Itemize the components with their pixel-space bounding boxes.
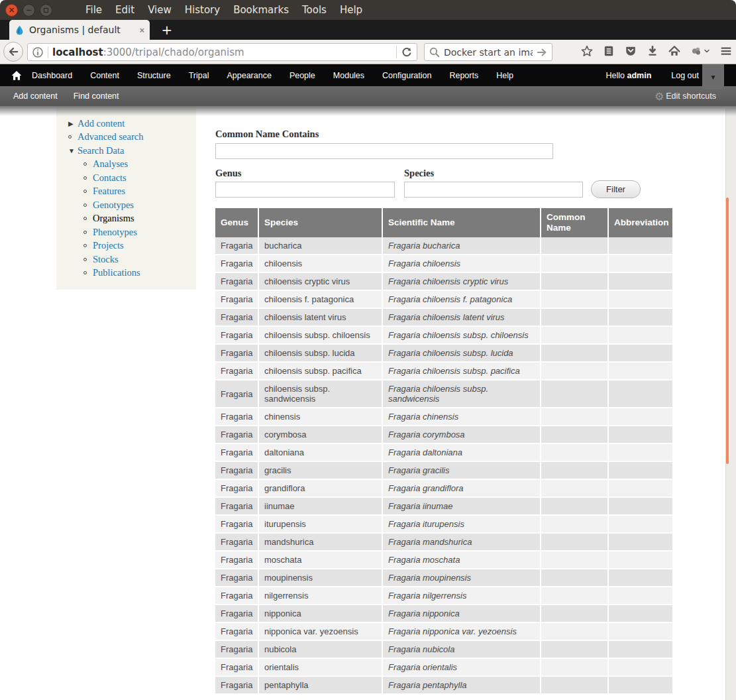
url-text[interactable]: localhost:3000/tripal/chado/organism	[52, 46, 392, 58]
home-icon[interactable]	[668, 45, 680, 57]
admin-item-configuration[interactable]: Configuration	[382, 71, 431, 80]
admin-item-modules[interactable]: Modules	[333, 71, 364, 80]
menubar-item-edit[interactable]: Edit	[115, 4, 134, 16]
sidebar-item-label[interactable]: Features	[93, 186, 125, 197]
sidebar-item-label[interactable]: Publications	[93, 267, 140, 278]
site-info-icon[interactable]	[32, 46, 44, 58]
sidebar-item-genotypes[interactable]: Genotypes	[56, 198, 196, 212]
admin-item-reports[interactable]: Reports	[449, 71, 478, 80]
reload-icon[interactable]	[401, 46, 413, 58]
sidebar-item-label[interactable]: Genotypes	[93, 200, 134, 211]
cell-species: iinumae	[259, 498, 383, 516]
admin-item-people[interactable]: People	[289, 71, 315, 80]
menubar-item-history[interactable]: History	[185, 4, 220, 16]
menubar-item-view[interactable]: View	[148, 4, 172, 16]
back-arrow-icon	[7, 46, 19, 58]
sidebar-item-advanced-search[interactable]: Advanced search	[56, 131, 196, 145]
admin-item-structure[interactable]: Structure	[137, 71, 171, 80]
filter-button[interactable]: Filter	[591, 180, 641, 198]
edit-shortcuts-link[interactable]: ⚙ Edit shortcuts	[655, 90, 716, 103]
menubar-item-bookmarks[interactable]: Bookmarks	[233, 4, 289, 16]
sidebar-item-stocks[interactable]: Stocks	[56, 253, 196, 266]
search-icon	[429, 46, 441, 58]
window-close-button[interactable]: ×	[5, 4, 18, 17]
sidebar-item-add-content[interactable]: ▶Add content	[56, 117, 196, 131]
cell-species: orientalis	[259, 659, 383, 677]
search-input[interactable]	[444, 47, 533, 58]
admin-item-appearance[interactable]: Appearance	[227, 71, 271, 80]
bookmarks-menu-icon[interactable]	[603, 45, 615, 57]
species-input[interactable]	[404, 182, 583, 198]
cell-genus: Fragaria	[215, 291, 259, 309]
admin-item-help[interactable]: Help	[496, 71, 513, 80]
menubar-item-file[interactable]: File	[85, 4, 102, 16]
window-maximize-button[interactable]	[40, 4, 52, 17]
cell-species: nilgerrensis	[259, 587, 383, 605]
search-bar[interactable]	[424, 43, 552, 61]
table-row: FragariabucharicaFragaria bucharica	[215, 237, 672, 255]
back-button[interactable]	[3, 42, 23, 62]
admin-item-content[interactable]: Content	[90, 71, 119, 80]
addon-icon[interactable]	[690, 45, 702, 57]
table-row: FragariaiturupensisFragaria iturupensis	[215, 516, 672, 534]
browser-menubar: FileEditViewHistoryBookmarksToolsHelp	[85, 4, 362, 16]
logout-link[interactable]: Log out	[671, 71, 699, 80]
cell-scientific-name: Fragaria gracilis	[383, 462, 541, 480]
table-row: FragariagracilisFragaria gracilis	[215, 462, 672, 480]
common-name-input[interactable]	[215, 143, 553, 159]
admin-item-dashboard[interactable]: Dashboard	[32, 71, 72, 80]
sidebar-item-organisms[interactable]: Organisms	[56, 212, 196, 226]
sidebar-item-projects[interactable]: Projects	[56, 239, 196, 253]
browser-tab[interactable]: Organisms | default ×	[9, 20, 150, 40]
sidebar-item-label[interactable]: Phenotypes	[93, 227, 137, 238]
cell-species: nipponica var. yezoensis	[259, 623, 383, 641]
sidebar-item-features[interactable]: Features	[56, 185, 196, 199]
toolbar-toggle-button[interactable]: ▼	[702, 64, 724, 89]
menubar-item-help[interactable]: Help	[340, 4, 362, 16]
shortcut-add-content[interactable]: Add content	[13, 91, 58, 101]
admin-home-icon[interactable]	[11, 70, 23, 82]
menubar-item-tools[interactable]: Tools	[302, 4, 327, 16]
bookmark-star-icon[interactable]	[581, 45, 593, 57]
search-go-icon[interactable]	[536, 46, 548, 58]
page-scrollbar-thumb[interactable]	[726, 198, 729, 464]
sidebar-item-label[interactable]: Analyses	[93, 158, 128, 170]
url-path: :3000/tripal/chado/organism	[103, 46, 244, 58]
sidebar-item-publications[interactable]: Publications	[56, 266, 196, 280]
cell-abbreviation	[609, 641, 672, 659]
downloads-icon[interactable]	[647, 45, 658, 57]
tab-close-icon[interactable]: ×	[139, 25, 144, 35]
url-bar[interactable]: localhost:3000/tripal/chado/organism	[27, 43, 417, 61]
cell-genus: Fragaria	[215, 462, 259, 480]
cell-scientific-name: Fragaria moupinensis	[383, 569, 541, 587]
drupal-admin-toolbar: DashboardContentStructureTripalAppearanc…	[0, 64, 736, 86]
genus-input[interactable]	[215, 182, 395, 198]
sidebar-item-label[interactable]: Projects	[93, 240, 124, 251]
sidebar-item-label[interactable]: Search Data	[78, 145, 124, 156]
sidebar-item-search-data[interactable]: ▼Search Data	[56, 144, 196, 158]
cell-common-name	[541, 380, 609, 408]
hamburger-menu-icon[interactable]	[720, 45, 732, 57]
new-tab-button[interactable]: +	[156, 21, 178, 38]
sidebar-item-label[interactable]: Stocks	[93, 254, 119, 265]
expanded-arrow-icon[interactable]: ▼	[68, 147, 78, 154]
sidebar-item-phenotypes[interactable]: Phenotypes	[56, 225, 196, 239]
sidebar-item-label[interactable]: Add content	[78, 118, 125, 129]
sidebar-item-contacts[interactable]: Contacts	[56, 171, 196, 185]
cell-species: nubicola	[259, 641, 383, 659]
cell-genus: Fragaria	[215, 237, 259, 255]
table-row: FragariapentaphyllaFragaria pentaphylla	[215, 677, 672, 695]
sidebar-item-label[interactable]: Advanced search	[78, 131, 143, 143]
pocket-icon[interactable]	[625, 45, 637, 57]
sidebar-item-label[interactable]: Contacts	[93, 172, 127, 184]
table-row: FragarianipponicaFragaria nipponica	[215, 605, 672, 623]
cell-abbreviation	[609, 345, 672, 363]
window-minimize-button[interactable]: −	[23, 4, 35, 17]
admin-item-tripal[interactable]: Tripal	[189, 71, 209, 80]
shortcut-find-content[interactable]: Find content	[74, 91, 119, 101]
addon-chevron-icon[interactable]	[704, 48, 710, 54]
cell-abbreviation	[609, 408, 672, 426]
collapsed-arrow-icon[interactable]: ▶	[68, 120, 78, 127]
bullet-icon	[83, 176, 93, 180]
sidebar-item-analyses[interactable]: Analyses	[56, 158, 196, 172]
